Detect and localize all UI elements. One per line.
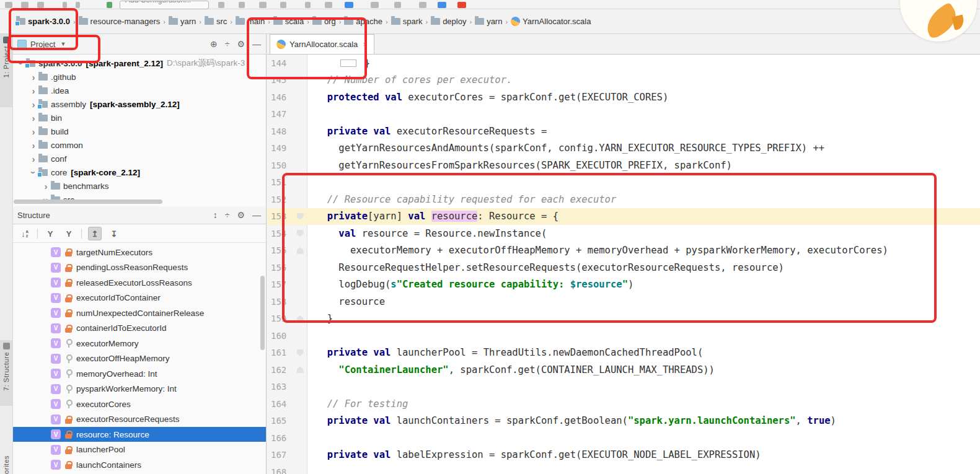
- hide-panel-icon[interactable]: —: [252, 40, 261, 48]
- hide-panel-icon[interactable]: —: [252, 211, 261, 219]
- breadcrumb-item-apache[interactable]: apache: [344, 17, 382, 26]
- code-line-144[interactable]: 144 }: [267, 55, 980, 72]
- code-line-167[interactable]: 167 private val labelExpression = sparkC…: [267, 447, 980, 464]
- toolbar-icon-fragment[interactable]: [394, 2, 401, 8]
- code-line-164[interactable]: 164 // For testing: [267, 395, 980, 413]
- tree-item-github[interactable]: ›.github: [12, 70, 266, 84]
- structure-item-memoryOverhead[interactable]: VmemoryOverhead: Int: [12, 366, 266, 381]
- toolbar-icon-fragment[interactable]: [37, 2, 44, 8]
- sort-alphabetically-icon[interactable]: ↓az: [19, 227, 31, 240]
- toolbar-icon-fragment[interactable]: [457, 2, 466, 8]
- tree-item-core[interactable]: ›core[spark-core_2.12]: [12, 165, 266, 179]
- structure-vertical-scrollbar[interactable]: [260, 276, 265, 350]
- code-line-160[interactable]: 160: [267, 327, 980, 345]
- chevron-collapsed-icon[interactable]: ›: [29, 154, 38, 164]
- chevron-collapsed-icon[interactable]: ›: [29, 72, 38, 82]
- structure-item-targetNumExecutors[interactable]: VtargetNumExecutors: [12, 245, 266, 260]
- stripe-tab-structure[interactable]: 7: Structure: [0, 340, 12, 406]
- collapse-all-icon[interactable]: ÷: [225, 40, 230, 48]
- code-line-162[interactable]: 162 "ContainerLauncher", sparkConf.get(C…: [267, 361, 980, 379]
- toolbar-icon-fragment[interactable]: [280, 2, 286, 8]
- collapse-all-icon[interactable]: ÷: [225, 211, 230, 219]
- tree-item-build[interactable]: ›build: [12, 125, 266, 138]
- code-line-152[interactable]: 152 // Resource capability requested for…: [267, 191, 980, 208]
- code-line-155[interactable]: 155 executorMemory + executorOffHeapMemo…: [267, 242, 980, 260]
- fold-end-icon[interactable]: [297, 366, 304, 373]
- breadcrumb-item-src[interactable]: src: [205, 17, 227, 26]
- toolbar-icon-fragment[interactable]: [371, 2, 379, 8]
- fold-expanded-icon[interactable]: [297, 349, 304, 356]
- toolbar-icon-fragment[interactable]: [259, 2, 267, 8]
- structure-item-resource[interactable]: Vresource: Resource: [12, 427, 266, 442]
- fold-end-icon[interactable]: [297, 315, 304, 322]
- fold-end-icon[interactable]: [297, 247, 304, 254]
- add-configuration-button[interactable]: Add Configuration...: [120, 1, 209, 9]
- breadcrumb-item-spark-3.0.0[interactable]: spark-3.0.0: [16, 17, 70, 26]
- editor-tab-yarnallocator[interactable]: YarnAllocator.scala ×: [270, 34, 374, 54]
- structure-item-executorCores[interactable]: VexecutorCores: [12, 397, 266, 411]
- gear-icon[interactable]: ⚙: [237, 40, 245, 48]
- chevron-collapsed-icon[interactable]: ›: [29, 127, 38, 136]
- code-line-157[interactable]: 157 logDebug(s"Created resource capabili…: [267, 276, 980, 294]
- code-line-150[interactable]: 150 getYarnResourcesFromSparkResources(S…: [267, 157, 980, 174]
- structure-item-executorMemory[interactable]: VexecutorMemory: [12, 336, 266, 351]
- tree-item-conf[interactable]: ›conf: [12, 152, 266, 165]
- code-line-148[interactable]: 148 private val executorResourceRequests…: [267, 123, 980, 140]
- chevron-collapsed-icon[interactable]: ›: [29, 141, 38, 150]
- expand-all-icon[interactable]: ↕: [213, 211, 218, 219]
- code-line-165[interactable]: 165 private val launchContainers = spark…: [267, 413, 980, 430]
- code-line-159[interactable]: 159 }: [267, 310, 980, 328]
- code-line-166[interactable]: 166: [267, 429, 980, 447]
- code-line-151[interactable]: 151: [267, 174, 980, 191]
- autoscroll-to-source-icon[interactable]: ↥: [88, 227, 102, 240]
- stripe-tab-favorites[interactable]: 2: Favorites: [0, 450, 12, 474]
- code-line-147[interactable]: 147: [267, 106, 980, 123]
- code-line-168[interactable]: 168: [267, 463, 980, 474]
- breadcrumb-item-deploy[interactable]: deploy: [431, 17, 466, 26]
- code-line-156[interactable]: 156 ResourceRequestHelper.setResourceReq…: [267, 259, 980, 276]
- code-line-153[interactable]: 153 private[yarn] val resource: Resource…: [267, 208, 980, 226]
- locate-icon[interactable]: ⊕: [210, 40, 218, 48]
- tree-item-idea[interactable]: ›.idea: [12, 84, 266, 97]
- breadcrumb-item-yarn[interactable]: yarn: [169, 17, 196, 26]
- tree-item-common[interactable]: ›common: [12, 138, 266, 152]
- toolbar-icon-fragment[interactable]: [76, 2, 80, 8]
- toolbar-icon-fragment[interactable]: [419, 2, 426, 8]
- toolbar-icon-fragment[interactable]: [21, 2, 29, 8]
- code-line-161[interactable]: 161 private val launcherPool = ThreadUti…: [267, 345, 980, 362]
- breadcrumb-item-spark[interactable]: spark: [391, 17, 423, 26]
- code-line-158[interactable]: 158 resource: [267, 293, 980, 310]
- tree-item-assembly[interactable]: ›assembly[spark-assembly_2.12]: [12, 97, 266, 111]
- fold-expanded-icon[interactable]: [297, 230, 304, 237]
- toolbar-icon-fragment[interactable]: [239, 2, 245, 8]
- structure-item-pendingLossReasonRequests[interactable]: VpendingLossReasonRequests: [12, 260, 266, 275]
- toolbar-icon-fragment[interactable]: [325, 2, 332, 8]
- breadcrumb-item-YarnAllocator.scala[interactable]: YarnAllocator.scala: [511, 17, 591, 26]
- code-line-146[interactable]: 146 protected val executorCores = sparkC…: [267, 89, 980, 106]
- fold-expanded-icon[interactable]: [297, 213, 304, 220]
- autoscroll-from-source-icon[interactable]: ↧: [108, 227, 120, 240]
- chevron-collapsed-icon[interactable]: ›: [29, 113, 38, 123]
- toolbar-icon-fragment[interactable]: [438, 2, 446, 8]
- code-viewport[interactable]: 144 }145 // Number of cores per executor…: [267, 55, 980, 474]
- project-horizontal-scrollbar[interactable]: [14, 200, 162, 204]
- tree-item-benchmarks[interactable]: ›benchmarks: [12, 179, 266, 193]
- toolbar-icon-fragment[interactable]: [218, 2, 224, 8]
- code-line-149[interactable]: 149 getYarnResourcesAndAmounts(sparkConf…: [267, 140, 980, 157]
- breadcrumb-item-resource-managers[interactable]: resource-managers: [79, 17, 161, 26]
- structure-item-launchContainers[interactable]: VlaunchContainers: [12, 457, 266, 472]
- stripe-tab-project[interactable]: 1: Project: [0, 34, 12, 107]
- breadcrumb-item-org[interactable]: org: [312, 17, 336, 26]
- structure-item-executorResourceRequests[interactable]: VexecutorResourceRequests: [12, 412, 266, 427]
- breadcrumb-item-yarn[interactable]: yarn: [475, 17, 502, 26]
- code-line-154[interactable]: 154 val resource = Resource.newInstance(: [267, 225, 980, 242]
- toolbar-icon-fragment[interactable]: [345, 2, 353, 8]
- toolbar-icon-fragment[interactable]: [5, 2, 12, 8]
- chevron-collapsed-icon[interactable]: ›: [29, 86, 38, 95]
- code-line-163[interactable]: 163: [267, 379, 980, 396]
- breadcrumb-item-scala[interactable]: scala: [273, 17, 304, 26]
- gear-icon[interactable]: ⚙: [237, 211, 245, 219]
- structure-item-containerIdToExecutorId[interactable]: VcontainerIdToExecutorId: [12, 321, 266, 336]
- group-methods-icon[interactable]: Y: [44, 227, 56, 240]
- structure-item-pysparkWorkerMemory[interactable]: VpysparkWorkerMemory: Int: [12, 382, 266, 397]
